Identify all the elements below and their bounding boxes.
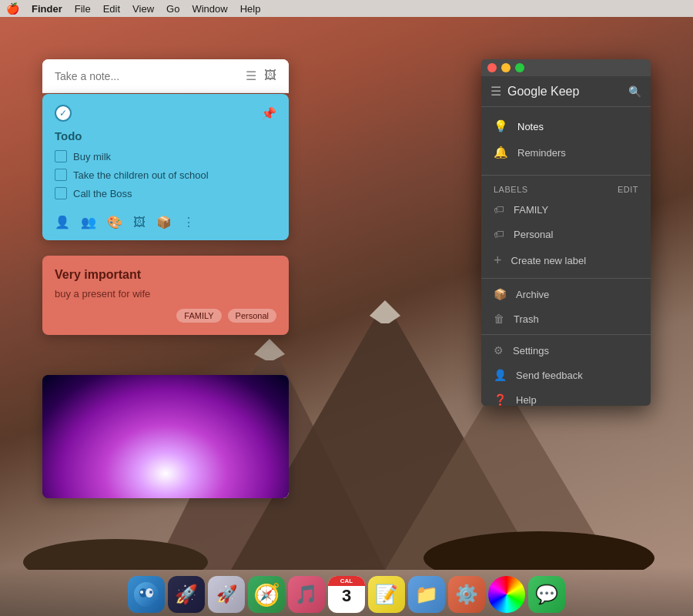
apple-logo-icon[interactable]: 🍎 [6,2,19,15]
todo-card-header: ✓ 📌 [55,105,276,122]
divider-3 [481,334,651,335]
checkbox-1[interactable] [55,150,67,162]
dock-colors[interactable] [488,576,525,613]
important-title: Very important [55,268,276,282]
settings-icon: ⚙ [494,344,504,357]
todo-title: Todo [55,129,276,142]
svg-marker-4 [254,339,285,360]
dock-itunes[interactable]: 🎵 [288,576,325,613]
label-family-text: FAMILY [514,204,548,216]
keep-titlebar [481,59,651,76]
labels-section-header: Labels EDIT [481,179,651,197]
menubar-view[interactable]: View [132,3,154,15]
svg-marker-2 [385,377,616,570]
nav-notes[interactable]: 💡 Notes [481,113,651,139]
nav-archive[interactable]: 📦 Archive [481,282,651,306]
dock-finder[interactable] [128,576,165,613]
keep-search-icon[interactable]: 🔍 [628,85,641,98]
add-person-icon[interactable]: 👤 [55,215,70,229]
nav-reminders-label: Reminders [517,147,566,159]
menubar-finder[interactable]: Finder [32,3,62,15]
help-label: Help [516,394,537,406]
menubar: 🍎 Finder File Edit View Go Window Help [0,0,693,17]
nav-feedback[interactable]: 👤 Send feedback [481,363,651,387]
edit-labels-button[interactable]: EDIT [618,185,638,194]
svg-point-5 [23,539,208,570]
keep-nav: 💡 Notes 🔔 Reminders [481,107,651,172]
trash-icon: 🗑 [494,313,504,325]
checkbox-3[interactable] [55,187,67,199]
nav-reminders[interactable]: 🔔 Reminders [481,139,651,166]
svg-point-6 [424,531,654,570]
minimize-button[interactable] [501,63,511,72]
nav-settings[interactable]: ⚙ Settings [481,338,651,363]
keep-search-widget: ☰ 🖼 [42,59,289,93]
help-icon: ❓ [494,393,507,406]
nav-notes-label: Notes [517,121,544,132]
dock-launchpad[interactable]: 🚀 [168,576,205,613]
dock-folder[interactable]: 📁 [408,576,445,613]
important-body: buy a present for wife [55,288,276,300]
important-tags: FAMILY Personal [55,309,276,323]
todo-actions: 👤 👥 🎨 🖼 📦 ⋮ [55,209,276,229]
dock-calendar[interactable]: CAL 3 [328,576,365,613]
dock-rocket[interactable]: 🚀 [208,576,245,613]
calendar-month: CAL [328,576,365,586]
todo-text-2: Take the children out of school [73,169,209,181]
dock-messages[interactable]: 💬 [528,576,565,613]
archive-nav-icon: 📦 [494,288,507,300]
label-personal-text: Personal [514,229,553,240]
dock-system-preferences[interactable]: ⚙️ [448,576,485,613]
tag-family[interactable]: FAMILY [176,309,221,323]
labels-heading: Labels [494,185,528,194]
dock: 🚀 🚀 🧭 🎵 CAL 3 📝 📁 ⚙️ 💬 [0,566,693,616]
divider-2 [481,278,651,279]
collaborator-icon[interactable]: 👥 [81,215,96,229]
archive-icon[interactable]: 📦 [156,215,172,229]
close-button[interactable] [487,63,497,72]
keep-window: ☰ Google Keep 🔍 💡 Notes 🔔 Reminders Labe… [481,59,651,406]
fullscreen-button[interactable] [515,63,524,72]
image-icon[interactable]: 🖼 [133,216,146,229]
nav-help[interactable]: ❓ Help [481,387,651,406]
todo-item-3: Call the Boss [55,187,276,199]
svg-point-11 [149,591,152,594]
menubar-help[interactable]: Help [240,3,261,15]
create-new-label[interactable]: + Create new label [481,246,651,275]
bell-icon: 🔔 [494,146,508,159]
menubar-window[interactable]: Window [192,3,227,15]
tag-personal[interactable]: Personal [228,309,276,323]
feedback-icon: 👤 [494,369,507,381]
menubar-file[interactable]: File [75,3,91,15]
image-card [42,375,289,498]
trash-label: Trash [514,313,539,325]
pin-icon[interactable]: 📌 [261,106,276,121]
plus-icon: + [494,253,502,269]
svg-point-10 [140,591,143,594]
more-icon[interactable]: ⋮ [182,215,195,229]
menubar-edit[interactable]: Edit [103,3,120,15]
feedback-label: Send feedback [516,370,583,381]
image-add-icon[interactable]: 🖼 [264,69,276,83]
nav-trash[interactable]: 🗑 Trash [481,306,651,331]
dock-safari[interactable]: 🧭 [248,576,285,613]
checkbox-2[interactable] [55,169,67,181]
menubar-go[interactable]: Go [166,3,179,15]
label-family[interactable]: 🏷 FAMILY [481,197,651,222]
note-search-bar: ☰ 🖼 [42,59,289,93]
hamburger-icon[interactable]: ☰ [490,84,501,99]
label-personal[interactable]: 🏷 Personal [481,222,651,246]
todo-check-icon[interactable]: ✓ [55,105,72,122]
todo-text-3: Call the Boss [73,188,132,199]
lightbulb-icon: 💡 [494,119,508,133]
list-view-icon[interactable]: ☰ [246,69,256,83]
todo-text-1: Buy milk [73,151,111,162]
todo-card: ✓ 📌 Todo Buy milk Take the children out … [42,94,289,240]
dock-notes[interactable]: 📝 [368,576,405,613]
note-search-input[interactable] [55,70,246,82]
todo-item-1: Buy milk [55,150,276,162]
archive-label: Archive [516,289,549,300]
color-icon[interactable]: 🎨 [107,215,122,229]
note-search-icons: ☰ 🖼 [246,69,276,83]
svg-marker-3 [370,300,400,323]
